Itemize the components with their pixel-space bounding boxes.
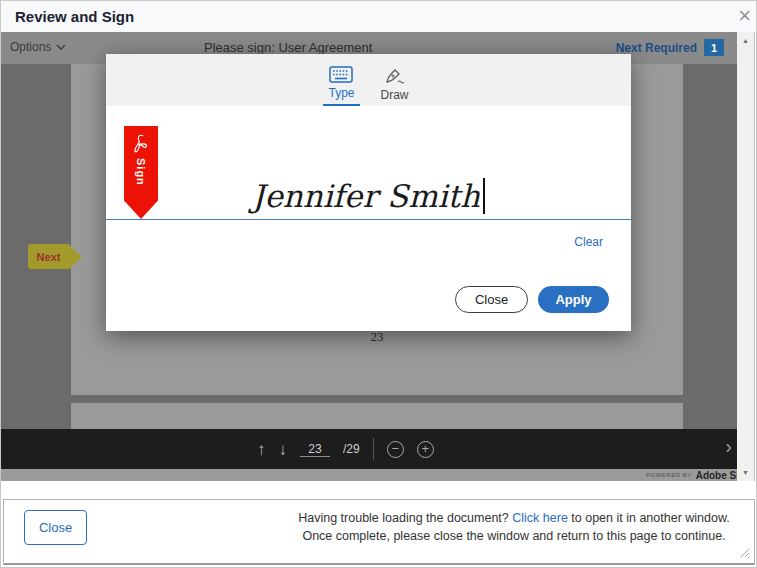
next-tag-arrow-icon [69,245,82,269]
adobe-logo-icon [130,133,152,155]
apply-signature-button[interactable]: Apply [538,286,609,313]
pdf-controls: ↑ ↓ /29 − + [257,429,434,469]
signature-area: Sign Jennifer Smith Clear Close Apply [106,106,631,331]
click-here-link[interactable]: Click here [512,511,568,525]
next-page-button[interactable]: ↓ [279,441,288,458]
toolbar-divider [373,438,374,460]
page-number-input[interactable] [300,442,330,457]
signature-baseline [106,219,631,220]
close-window-button[interactable]: Close [24,510,87,545]
tab-draw[interactable]: Draw [376,68,414,106]
tab-draw-label: Draw [381,88,409,102]
signature-value: Jennifer Smith [252,178,480,214]
zoom-out-button[interactable]: − [387,441,404,458]
zoom-in-button[interactable]: + [417,441,434,458]
vertical-scrollbar[interactable]: ▲ ▼ [737,32,754,481]
toolbar-expand-chevron-icon[interactable]: › [725,435,732,458]
trouble-loading-text: Having trouble loading the document? Cli… [284,509,744,545]
dialog-title: Review and Sign [15,8,134,25]
adobe-sign-logo: Adobe Si [696,470,737,481]
keyboard-icon [329,66,353,83]
resize-grip-icon[interactable] [739,547,750,558]
dialog-close-icon[interactable]: × [738,3,751,29]
document-title: Please sign: User Agreement [204,40,372,55]
signature-input[interactable]: Jennifer Smith [106,178,631,214]
trouble-text-pre: Having trouble loading the document? [298,511,512,525]
modal-close-button[interactable]: Close [455,286,528,313]
powered-by-label: POWERED BY [646,472,692,478]
once-complete-text: Once complete, please close the window a… [302,529,725,543]
scrollbar-up-icon[interactable]: ▲ [737,37,754,44]
pen-icon [384,68,406,85]
page-total-label: /29 [343,442,360,456]
dialog-titlebar: Review and Sign × [1,1,757,32]
scrollbar-down-icon[interactable]: ▼ [737,469,754,476]
powered-by-strip: POWERED BY Adobe Si [1,469,737,481]
pdf-navigation-toolbar: ↑ ↓ /29 − + › [1,429,737,469]
next-required-label: Next Required [616,41,697,55]
next-tag-label: Next [28,244,69,269]
footer-panel: Close Having trouble loading the documen… [3,499,755,565]
page-number-label: 23 [71,329,683,345]
previous-page-button[interactable]: ↑ [257,441,266,458]
trouble-text-post: to open it in another window. [568,511,730,525]
options-menu-button[interactable]: Options [10,40,66,54]
chevron-down-icon [56,44,66,50]
clear-signature-link[interactable]: Clear [574,235,603,249]
tab-type-label: Type [328,86,354,100]
text-caret [483,178,485,214]
signature-modal: Type Draw [106,54,631,331]
document-page-24-partial [71,403,683,429]
tab-type[interactable]: Type [323,66,359,106]
options-label: Options [10,40,51,54]
review-and-sign-dialog: Review and Sign × Options Please sign: U… [0,0,757,568]
frame-right-border [754,32,755,481]
next-required-button[interactable]: Next Required 1 [616,39,724,56]
signature-tab-bar: Type Draw [106,54,631,106]
next-required-count-badge: 1 [704,39,724,56]
host-page-footer: Close Having trouble loading the documen… [1,481,757,568]
next-field-tag[interactable]: Next [28,244,82,269]
